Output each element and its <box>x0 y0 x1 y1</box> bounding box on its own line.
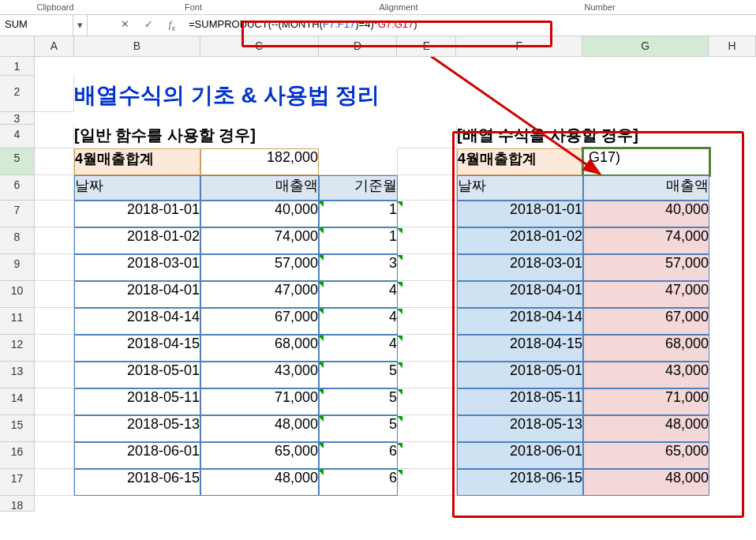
left-date-cell[interactable]: 2018-05-13 <box>74 415 200 442</box>
row-header-6[interactable]: 6 <box>0 175 35 201</box>
left-month-cell[interactable]: 6 <box>319 469 398 496</box>
right-section-header: [배열 수식을 사용할 경우] <box>457 125 709 148</box>
row-header-11[interactable]: 11 <box>0 308 35 335</box>
col-header-G[interactable]: G <box>582 36 709 56</box>
left-date-cell[interactable]: 2018-05-01 <box>74 362 200 388</box>
left-month-cell[interactable]: 4 <box>319 335 398 362</box>
left-col-date[interactable]: 날짜 <box>74 175 200 201</box>
left-col-amt[interactable]: 매출액 <box>200 175 319 201</box>
right-amt-cell[interactable]: 48,000 <box>583 469 709 496</box>
row-header-16[interactable]: 16 <box>0 442 35 469</box>
right-col-date[interactable]: 날짜 <box>457 175 583 201</box>
right-date-cell[interactable]: 2018-06-15 <box>457 469 583 496</box>
right-amt-cell[interactable]: 47,000 <box>583 281 709 308</box>
left-amt-cell[interactable]: 68,000 <box>200 335 319 362</box>
name-box-dropdown-icon[interactable]: ▾ <box>73 15 88 36</box>
left-month-cell[interactable]: 5 <box>319 362 398 388</box>
left-amt-cell[interactable]: 43,000 <box>200 362 319 388</box>
right-col-amt[interactable]: 매출액 <box>583 175 709 201</box>
right-date-cell[interactable]: 2018-01-01 <box>457 201 583 227</box>
right-date-cell[interactable]: 2018-01-02 <box>457 227 583 254</box>
left-month-cell[interactable]: 5 <box>319 388 398 415</box>
row-header-4[interactable]: 4 <box>0 125 35 148</box>
col-header-E[interactable]: E <box>397 36 456 56</box>
col-header-D[interactable]: D <box>319 36 398 56</box>
left-amt-cell[interactable]: 67,000 <box>200 308 319 335</box>
row-header-2[interactable]: 2 <box>0 76 35 112</box>
formula-bar[interactable]: =SUMPRODUCT(--(MONTH(F7:F17)=4)*G7:G17) <box>184 15 756 36</box>
left-amt-cell[interactable]: 65,000 <box>200 442 319 469</box>
right-date-cell[interactable]: 2018-06-01 <box>457 442 583 469</box>
left-date-cell[interactable]: 2018-06-01 <box>74 442 200 469</box>
row-header-1[interactable]: 1 <box>0 57 35 76</box>
left-amt-cell[interactable]: 48,000 <box>200 415 319 442</box>
left-date-cell[interactable]: 2018-01-02 <box>74 227 200 254</box>
right-date-cell[interactable]: 2018-03-01 <box>457 254 583 281</box>
row-header-12[interactable]: 12 <box>0 335 35 362</box>
row-header-15[interactable]: 15 <box>0 415 35 442</box>
left-sum-value[interactable]: 182,000 <box>200 148 319 175</box>
col-header-H[interactable]: H <box>709 36 756 56</box>
left-col-month[interactable]: 기준월 <box>319 175 398 201</box>
left-month-cell[interactable]: 1 <box>319 201 398 227</box>
right-amt-cell[interactable]: 48,000 <box>583 415 709 442</box>
col-header-B[interactable]: B <box>74 36 200 56</box>
row-header-10[interactable]: 10 <box>0 281 35 308</box>
left-amt-cell[interactable]: 57,000 <box>200 254 319 281</box>
left-month-cell[interactable]: 1 <box>319 227 398 254</box>
left-amt-cell[interactable]: 40,000 <box>200 201 319 227</box>
left-section-header: [일반 함수를 사용할 경우] <box>74 125 398 148</box>
left-amt-cell[interactable]: 71,000 <box>200 388 319 415</box>
left-date-cell[interactable]: 2018-05-11 <box>74 388 200 415</box>
left-date-cell[interactable]: 2018-06-15 <box>74 469 200 496</box>
row-header-9[interactable]: 9 <box>0 254 35 281</box>
select-all-corner[interactable] <box>0 36 35 56</box>
right-amt-cell[interactable]: 74,000 <box>583 227 709 254</box>
row-header-14[interactable]: 14 <box>0 388 35 415</box>
right-sum-label[interactable]: 4월매출합계 <box>457 148 583 175</box>
left-month-cell[interactable]: 5 <box>319 415 398 442</box>
left-date-cell[interactable]: 2018-04-01 <box>74 281 200 308</box>
right-amt-cell[interactable]: 40,000 <box>583 201 709 227</box>
left-month-cell[interactable]: 4 <box>319 281 398 308</box>
right-amt-cell[interactable]: 71,000 <box>583 388 709 415</box>
row-header-17[interactable]: 17 <box>0 469 35 496</box>
right-amt-cell[interactable]: 57,000 <box>583 254 709 281</box>
right-date-cell[interactable]: 2018-05-11 <box>457 388 583 415</box>
left-sum-label[interactable]: 4월매출합계 <box>74 148 200 175</box>
col-header-C[interactable]: C <box>200 36 319 56</box>
row-header-3[interactable]: 3 <box>0 112 35 125</box>
col-header-A[interactable]: A <box>35 36 74 56</box>
left-date-cell[interactable]: 2018-01-01 <box>74 201 200 227</box>
row-header-5[interactable]: 5 <box>0 148 35 175</box>
insert-function-icon[interactable]: fx <box>160 15 184 36</box>
right-date-cell[interactable]: 2018-04-15 <box>457 335 583 362</box>
cell-G5-editing[interactable]: G17) <box>583 148 709 175</box>
right-amt-cell[interactable]: 68,000 <box>583 335 709 362</box>
row-header-8[interactable]: 8 <box>0 227 35 254</box>
row-header-13[interactable]: 13 <box>0 362 35 388</box>
right-amt-cell[interactable]: 43,000 <box>583 362 709 388</box>
col-header-F[interactable]: F <box>456 36 582 56</box>
spreadsheet-grid[interactable]: 1 2 배열수식의 기초 & 사용법 정리 3 4 [일반 함수를 사용할 경우… <box>0 57 756 512</box>
left-amt-cell[interactable]: 74,000 <box>200 227 319 254</box>
right-date-cell[interactable]: 2018-05-01 <box>457 362 583 388</box>
right-date-cell[interactable]: 2018-04-01 <box>457 281 583 308</box>
accept-formula-icon[interactable]: ✓ <box>137 15 160 36</box>
name-box[interactable]: SUM <box>0 15 73 36</box>
left-month-cell[interactable]: 3 <box>319 254 398 281</box>
row-header-7[interactable]: 7 <box>0 201 35 227</box>
right-date-cell[interactable]: 2018-04-14 <box>457 308 583 335</box>
left-month-cell[interactable]: 6 <box>319 442 398 469</box>
left-amt-cell[interactable]: 47,000 <box>200 281 319 308</box>
left-month-cell[interactable]: 4 <box>319 308 398 335</box>
right-amt-cell[interactable]: 65,000 <box>583 442 709 469</box>
right-date-cell[interactable]: 2018-05-13 <box>457 415 583 442</box>
row-header-18[interactable]: 18 <box>0 496 35 512</box>
left-date-cell[interactable]: 2018-04-14 <box>74 308 200 335</box>
cancel-formula-icon[interactable]: ✕ <box>113 15 137 36</box>
left-date-cell[interactable]: 2018-03-01 <box>74 254 200 281</box>
right-amt-cell[interactable]: 67,000 <box>583 308 709 335</box>
left-date-cell[interactable]: 2018-04-15 <box>74 335 200 362</box>
left-amt-cell[interactable]: 48,000 <box>200 469 319 496</box>
